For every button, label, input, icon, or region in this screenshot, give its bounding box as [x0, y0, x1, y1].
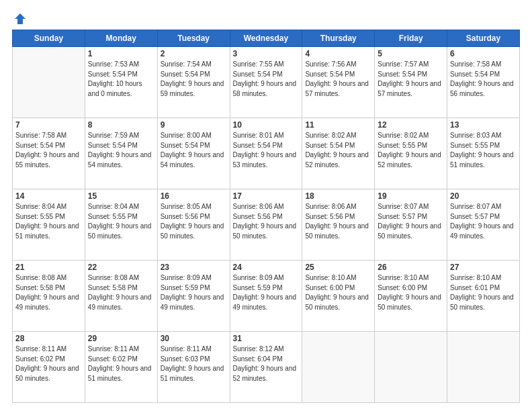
day-number: 2 [161, 49, 227, 58]
day-number: 5 [378, 49, 444, 58]
day-number: 30 [161, 334, 227, 343]
day-detail: Sunrise: 7:53 AM Sunset: 5:54 PM Dayligh… [88, 60, 154, 99]
day-number: 18 [305, 191, 371, 201]
day-number: 19 [378, 191, 444, 201]
day-detail: Sunrise: 8:08 AM Sunset: 5:58 PM Dayligh… [88, 273, 154, 312]
day-number: 1 [88, 49, 154, 58]
day-detail: Sunrise: 8:07 AM Sunset: 5:57 PM Dayligh… [450, 202, 517, 241]
calendar-cell: 6 Sunrise: 7:58 AM Sunset: 5:54 PM Dayli… [447, 47, 520, 118]
calendar-cell: 7 Sunrise: 7:58 AM Sunset: 5:54 PM Dayli… [13, 118, 85, 189]
week-row-0: 1 Sunrise: 7:53 AM Sunset: 5:54 PM Dayli… [13, 47, 520, 118]
calendar-cell: 30 Sunrise: 8:11 AM Sunset: 6:03 PM Dayl… [157, 332, 230, 403]
calendar-cell [375, 332, 447, 403]
day-detail: Sunrise: 8:00 AM Sunset: 5:54 PM Dayligh… [161, 131, 227, 170]
calendar-cell [13, 47, 85, 118]
day-detail: Sunrise: 8:04 AM Sunset: 5:55 PM Dayligh… [88, 202, 154, 241]
calendar-cell: 4 Sunrise: 7:56 AM Sunset: 5:54 PM Dayli… [302, 47, 375, 118]
calendar-cell [302, 332, 375, 403]
day-detail: Sunrise: 7:54 AM Sunset: 5:54 PM Dayligh… [161, 60, 227, 99]
calendar-cell: 28 Sunrise: 8:11 AM Sunset: 6:02 PM Dayl… [13, 332, 85, 403]
calendar-cell: 26 Sunrise: 8:10 AM Sunset: 6:00 PM Dayl… [375, 261, 447, 332]
day-number: 4 [305, 49, 371, 58]
day-detail: Sunrise: 8:06 AM Sunset: 5:56 PM Dayligh… [233, 202, 300, 241]
calendar: SundayMondayTuesdayWednesdayThursdayFrid… [12, 30, 520, 403]
calendar-cell: 17 Sunrise: 8:06 AM Sunset: 5:56 PM Dayl… [230, 189, 302, 261]
day-detail: Sunrise: 8:10 AM Sunset: 6:01 PM Dayligh… [450, 273, 517, 312]
week-row-1: 7 Sunrise: 7:58 AM Sunset: 5:54 PM Dayli… [13, 118, 520, 189]
day-number: 12 [378, 120, 444, 130]
day-detail: Sunrise: 8:06 AM Sunset: 5:56 PM Dayligh… [305, 202, 371, 241]
day-number: 24 [233, 263, 300, 272]
day-number: 29 [88, 334, 154, 343]
calendar-cell: 1 Sunrise: 7:53 AM Sunset: 5:54 PM Dayli… [85, 47, 157, 118]
day-detail: Sunrise: 8:08 AM Sunset: 5:58 PM Dayligh… [15, 273, 82, 312]
day-number: 13 [450, 120, 517, 130]
day-number: 27 [450, 263, 517, 272]
page: SundayMondayTuesdayWednesdayThursdayFrid… [0, 0, 532, 411]
day-detail: Sunrise: 8:10 AM Sunset: 6:00 PM Dayligh… [305, 273, 371, 312]
day-number: 16 [161, 191, 227, 201]
day-detail: Sunrise: 8:09 AM Sunset: 5:59 PM Dayligh… [161, 273, 227, 312]
day-header-thursday: Thursday [302, 30, 375, 47]
day-number: 8 [88, 120, 154, 130]
calendar-cell: 22 Sunrise: 8:08 AM Sunset: 5:58 PM Dayl… [85, 261, 157, 332]
week-row-4: 28 Sunrise: 8:11 AM Sunset: 6:02 PM Dayl… [13, 332, 520, 403]
day-number: 17 [233, 191, 300, 201]
calendar-cell: 15 Sunrise: 8:04 AM Sunset: 5:55 PM Dayl… [85, 189, 157, 261]
logo [12, 12, 28, 23]
day-detail: Sunrise: 8:11 AM Sunset: 6:02 PM Dayligh… [88, 345, 154, 383]
day-detail: Sunrise: 8:09 AM Sunset: 5:59 PM Dayligh… [233, 273, 300, 312]
calendar-cell: 16 Sunrise: 8:05 AM Sunset: 5:56 PM Dayl… [157, 189, 230, 261]
day-header-wednesday: Wednesday [230, 30, 302, 47]
calendar-cell: 19 Sunrise: 8:07 AM Sunset: 5:57 PM Dayl… [375, 189, 447, 261]
day-number: 31 [233, 334, 300, 343]
calendar-cell: 11 Sunrise: 8:02 AM Sunset: 5:54 PM Dayl… [302, 118, 375, 189]
calendar-cell: 25 Sunrise: 8:10 AM Sunset: 6:00 PM Dayl… [302, 261, 375, 332]
calendar-cell: 18 Sunrise: 8:06 AM Sunset: 5:56 PM Dayl… [302, 189, 375, 261]
day-detail: Sunrise: 8:04 AM Sunset: 5:55 PM Dayligh… [15, 202, 82, 241]
day-detail: Sunrise: 8:03 AM Sunset: 5:55 PM Dayligh… [450, 131, 517, 170]
calendar-cell: 5 Sunrise: 7:57 AM Sunset: 5:54 PM Dayli… [375, 47, 447, 118]
day-detail: Sunrise: 7:58 AM Sunset: 5:54 PM Dayligh… [15, 131, 82, 170]
day-number: 15 [88, 191, 154, 201]
day-detail: Sunrise: 8:11 AM Sunset: 6:02 PM Dayligh… [15, 345, 82, 383]
day-detail: Sunrise: 7:59 AM Sunset: 5:54 PM Dayligh… [88, 131, 154, 170]
calendar-cell: 23 Sunrise: 8:09 AM Sunset: 5:59 PM Dayl… [157, 261, 230, 332]
calendar-cell: 29 Sunrise: 8:11 AM Sunset: 6:02 PM Dayl… [85, 332, 157, 403]
week-row-2: 14 Sunrise: 8:04 AM Sunset: 5:55 PM Dayl… [13, 189, 520, 261]
day-detail: Sunrise: 8:12 AM Sunset: 6:04 PM Dayligh… [233, 345, 300, 383]
day-number: 26 [378, 263, 444, 272]
calendar-cell: 21 Sunrise: 8:08 AM Sunset: 5:58 PM Dayl… [13, 261, 85, 332]
day-number: 9 [161, 120, 227, 130]
calendar-cell: 3 Sunrise: 7:55 AM Sunset: 5:54 PM Dayli… [230, 47, 302, 118]
day-detail: Sunrise: 8:05 AM Sunset: 5:56 PM Dayligh… [161, 202, 227, 241]
day-number: 7 [15, 120, 82, 130]
day-number: 22 [88, 263, 154, 272]
calendar-cell: 31 Sunrise: 8:12 AM Sunset: 6:04 PM Dayl… [230, 332, 302, 403]
day-number: 25 [305, 263, 371, 272]
day-header-tuesday: Tuesday [157, 30, 230, 47]
day-detail: Sunrise: 7:57 AM Sunset: 5:54 PM Dayligh… [378, 60, 444, 99]
day-detail: Sunrise: 8:11 AM Sunset: 6:03 PM Dayligh… [161, 345, 227, 383]
day-header-saturday: Saturday [447, 30, 520, 47]
calendar-cell: 8 Sunrise: 7:59 AM Sunset: 5:54 PM Dayli… [85, 118, 157, 189]
day-detail: Sunrise: 8:01 AM Sunset: 5:54 PM Dayligh… [233, 131, 300, 170]
day-number: 11 [305, 120, 371, 130]
calendar-cell: 10 Sunrise: 8:01 AM Sunset: 5:54 PM Dayl… [230, 118, 302, 189]
calendar-cell: 14 Sunrise: 8:04 AM Sunset: 5:55 PM Dayl… [13, 189, 85, 261]
day-detail: Sunrise: 7:55 AM Sunset: 5:54 PM Dayligh… [233, 60, 300, 99]
calendar-cell: 13 Sunrise: 8:03 AM Sunset: 5:55 PM Dayl… [447, 118, 520, 189]
day-detail: Sunrise: 7:56 AM Sunset: 5:54 PM Dayligh… [305, 60, 371, 99]
day-number: 20 [450, 191, 517, 201]
day-header-monday: Monday [85, 30, 157, 47]
day-number: 14 [15, 191, 82, 201]
day-number: 28 [15, 334, 82, 343]
day-header-sunday: Sunday [13, 30, 85, 47]
week-row-3: 21 Sunrise: 8:08 AM Sunset: 5:58 PM Dayl… [13, 261, 520, 332]
calendar-cell: 20 Sunrise: 8:07 AM Sunset: 5:57 PM Dayl… [447, 189, 520, 261]
header [12, 12, 520, 23]
day-number: 3 [233, 49, 300, 58]
day-number: 6 [450, 49, 517, 58]
day-detail: Sunrise: 8:07 AM Sunset: 5:57 PM Dayligh… [378, 202, 444, 241]
calendar-cell: 2 Sunrise: 7:54 AM Sunset: 5:54 PM Dayli… [157, 47, 230, 118]
